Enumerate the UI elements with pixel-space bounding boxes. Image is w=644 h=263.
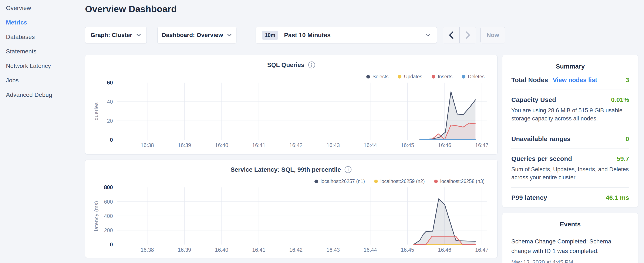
sidebar-item-statements[interactable]: Statements [0,44,79,59]
toolbar: Graph: Cluster Dashboard: Overview 10m P… [85,27,505,43]
legend-item: Selects [366,74,388,80]
sidebar-item-network-latency[interactable]: Network Latency [0,59,79,73]
summary-row-value: 46.1 ms [606,194,629,201]
time-back-button[interactable] [443,27,460,43]
event-list-item[interactable]: Schema Change Completed: Schema change w… [511,237,629,263]
svg-text:0: 0 [110,137,113,143]
legend-dot-icon [432,75,435,79]
svg-text:800: 800 [104,184,113,190]
sql-queries-chart-card: SQL Queries SelectsUpdatesInsertsDeletes… [85,55,498,154]
svg-text:16:39: 16:39 [178,247,191,253]
summary-row-label: Queries per second [511,155,572,162]
svg-text:16:43: 16:43 [326,142,340,148]
summary-row-label: Unavailable ranges [511,135,571,143]
svg-text:16:44: 16:44 [364,247,377,253]
sidebar-item-databases[interactable]: Databases [0,30,79,44]
legend-item: localhost:26258 (n3) [434,178,484,184]
chart-title: Service Latency: SQL, 99th percentile [231,166,341,173]
sidebar-item-advanced-debug[interactable]: Advanced Debug [0,88,79,102]
service-latency-chart-card: Service Latency: SQL, 99th percentile lo… [85,160,498,258]
sidebar-item-jobs[interactable]: Jobs [0,73,79,88]
summary-row-value: 59.7 [617,155,629,162]
legend-label: Deletes [468,74,484,80]
chevron-down-icon [136,34,141,37]
legend-label: Updates [404,74,422,80]
svg-text:16:46: 16:46 [438,247,451,253]
legend-label: Selects [372,74,388,80]
sql-queries-chart-plot[interactable]: 16:3816:3916:4016:4116:4216:4316:4416:45… [85,55,497,154]
summary-row-p99-latency: P99 latency 46.1 ms [511,188,629,207]
time-range-dropdown[interactable]: 10m Past 10 Minutes [256,27,437,43]
svg-text:600: 600 [104,199,113,205]
svg-text:0: 0 [110,241,113,247]
dashboard-dropdown[interactable]: Dashboard: Overview [157,27,236,43]
legend-label: localhost:26258 (n3) [440,178,484,184]
svg-text:16:41: 16:41 [252,142,265,148]
svg-text:16:40: 16:40 [215,247,228,253]
legend-dot-icon [398,75,402,79]
chart-title: SQL Queries [267,62,304,69]
now-button[interactable]: Now [480,27,505,43]
legend-dot-icon [314,180,318,183]
dashboard-dropdown-label: Dashboard: Overview [162,32,223,39]
info-icon[interactable] [308,61,316,69]
summary-title: Summary [511,55,629,70]
graph-scope-dropdown[interactable]: Graph: Cluster [85,27,147,43]
legend-label: localhost:26259 (n2) [380,178,424,184]
info-icon[interactable] [344,166,352,173]
svg-text:16:44: 16:44 [364,142,377,148]
legend-item: Deletes [462,74,484,80]
summary-row-total-nodes: Total Nodes View nodes list 3 [511,70,629,90]
summary-row-unavailable-ranges: Unavailable ranges 0 [511,129,629,149]
summary-panel: Summary Total Nodes View nodes list 3 Ca… [502,55,638,207]
summary-row-value: 3 [626,76,629,84]
events-panel: Events Schema Change Completed: Schema c… [502,213,638,263]
charts-column: SQL Queries SelectsUpdatesInsertsDeletes… [85,55,498,263]
summary-row-capacity-used: Capacity Used 0.01% You are using 28.6 M… [511,90,629,129]
svg-text:16:45: 16:45 [401,142,414,148]
summary-row-queries-per-second: Queries per second 59.7 Sum of Selects, … [511,149,629,188]
sidebar: Overview Metrics Databases Statements Ne… [0,0,79,102]
chart-legend: SelectsUpdatesInsertsDeletes [366,74,484,80]
chevron-down-icon [425,33,431,37]
legend-label: Inserts [438,74,452,80]
time-range-badge: 10m [262,31,278,40]
summary-row-label: Total Nodes [511,76,548,84]
summary-row-description: You are using 28.6 MiB of 515.9 GiB usab… [511,106,629,123]
summary-row-value: 0 [626,135,629,143]
svg-text:queries: queries [93,102,99,120]
legend-item: localhost:26257 (n1) [314,178,365,184]
svg-text:16:45: 16:45 [401,247,414,253]
summary-row-label: Capacity Used [511,96,556,103]
time-nav-group [443,27,476,43]
time-range-label: Past 10 Minutes [284,32,330,39]
summary-row-description: Sum of Selects, Updates, Inserts, and De… [511,165,629,182]
svg-text:400: 400 [104,213,113,219]
svg-text:16:42: 16:42 [289,142,302,148]
page-title: Overview Dashboard [85,4,177,14]
chevron-left-icon [448,31,454,39]
service-latency-chart-plot[interactable]: 16:3816:3916:4016:4116:4216:4316:4416:45… [85,160,497,258]
svg-text:16:38: 16:38 [140,247,154,253]
legend-dot-icon [374,180,378,183]
svg-text:16:41: 16:41 [252,247,265,253]
svg-text:16:47: 16:47 [475,142,488,148]
svg-text:16:38: 16:38 [140,142,154,148]
legend-dot-icon [434,180,438,183]
legend-dot-icon [462,75,466,79]
svg-text:16:47: 16:47 [475,247,488,253]
svg-text:16:42: 16:42 [289,247,302,253]
right-column: Summary Total Nodes View nodes list 3 Ca… [502,55,638,263]
time-forward-button[interactable] [460,27,476,43]
svg-text:latency (ms): latency (ms) [93,201,99,231]
events-title: Events [511,213,629,228]
sidebar-item-metrics[interactable]: Metrics [0,15,79,30]
legend-item: Inserts [432,74,452,80]
svg-text:16:43: 16:43 [326,247,340,253]
view-nodes-list-link[interactable]: View nodes list [553,77,597,84]
chevron-right-icon [465,31,471,39]
sidebar-item-overview[interactable]: Overview [0,1,79,15]
summary-row-label: P99 latency [511,194,547,201]
svg-text:60: 60 [107,80,113,86]
legend-item: localhost:26259 (n2) [374,178,424,184]
